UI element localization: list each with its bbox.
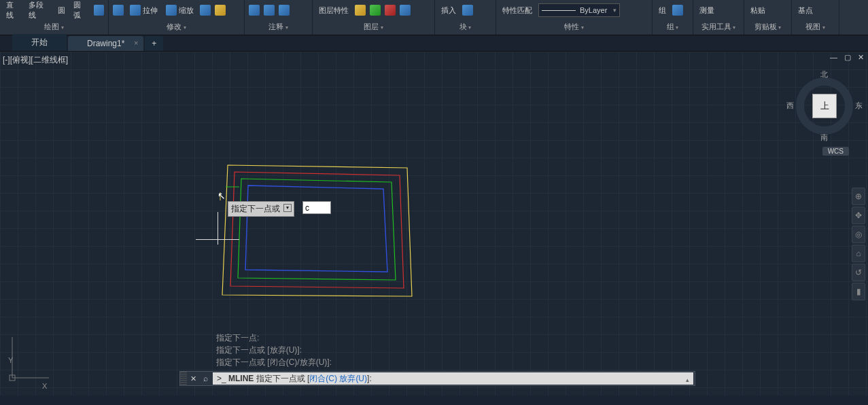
viewcube-south[interactable]: 南 <box>820 133 828 143</box>
ucs-icon <box>7 329 61 383</box>
group-icon[interactable] <box>672 5 683 16</box>
command-input[interactable]: >_ MLINE 指定下一点或 [闭合(C) 放弃(U)]: <box>213 372 693 385</box>
linetype-combo[interactable]: ByLayer <box>538 3 620 17</box>
ribbon-group-group: 组 组 <box>653 0 693 35</box>
dynamic-input[interactable] <box>302 201 331 214</box>
ucs-x-label: X <box>42 382 47 390</box>
cursor-arrow-icon: ↖ <box>218 190 226 201</box>
ribbon-group-block: 插入 块 <box>435 0 496 35</box>
block-icon[interactable] <box>462 5 473 16</box>
history-line: 指定下一点: <box>216 332 332 344</box>
ucs-y-label: Y <box>8 356 13 364</box>
arc-tool[interactable]: 圆弧 <box>71 0 90 22</box>
fillet-icon[interactable] <box>215 5 226 16</box>
svg-marker-3 <box>245 186 387 272</box>
ribbon-group-clip: 粘贴 剪贴板 <box>744 0 792 35</box>
command-line: ✕ ⌕ >_ MLINE 指定下一点或 [闭合(C) 放弃(U)]: <box>179 371 695 386</box>
hatch-icon[interactable] <box>94 5 104 16</box>
navbar-right: ⊕ ✥ ◎ ⌂ ↺ ▮ <box>852 188 867 300</box>
crosshair-horizontal <box>196 239 239 240</box>
chevron-down-icon[interactable]: ▾ <box>283 204 292 212</box>
history-line: 指定下一点或 [放弃(U)]: <box>216 344 332 356</box>
viewcube-north[interactable]: 北 <box>820 69 828 80</box>
tab-drawing1[interactable]: Drawing1*× <box>68 36 143 51</box>
nav-zoom-icon[interactable]: ◎ <box>852 226 865 243</box>
polyline-tool[interactable]: 多段线 <box>27 0 52 22</box>
tab-new[interactable]: + <box>145 36 163 51</box>
group-tool[interactable]: 组 <box>657 4 668 17</box>
layer-icon2[interactable] <box>370 5 381 16</box>
nav-showmotion-icon[interactable]: ↺ <box>852 264 865 281</box>
nav-pan-icon[interactable]: ✥ <box>852 207 865 224</box>
group-label-draw[interactable]: 绘图 <box>0 20 108 34</box>
scale-tool[interactable]: 缩放 <box>164 3 196 17</box>
layer-icon4[interactable] <box>400 5 411 16</box>
layer-icon3[interactable] <box>385 5 396 16</box>
file-tabbar: 开始 Drawing1*× + <box>0 35 868 52</box>
wcs-badge[interactable]: WCS <box>822 147 849 156</box>
cmd-search-icon[interactable]: ⌕ <box>199 374 211 383</box>
insert-tool[interactable]: 插入 <box>439 4 458 17</box>
group-label-group[interactable]: 组 <box>653 20 693 34</box>
group-label-annot[interactable]: 注释 <box>245 20 312 34</box>
match-props[interactable]: 特性匹配 <box>500 4 534 17</box>
layer-icon1[interactable] <box>355 5 366 16</box>
close-icon[interactable]: × <box>134 39 138 47</box>
group-label-block[interactable]: 块 <box>435 20 496 34</box>
group-label-clip[interactable]: 剪贴板 <box>744 20 791 34</box>
ribbon-group-draw: 直线 多段线 圆 圆弧 绘图 <box>0 0 109 35</box>
svg-marker-2 <box>238 179 396 280</box>
ribbon-group-layer: 图层特性 图层 <box>313 0 435 35</box>
measure-tool[interactable]: 测量 <box>697 4 716 17</box>
base-tool[interactable]: 基点 <box>796 4 815 17</box>
nav-orbit-icon[interactable]: ⌂ <box>852 245 865 262</box>
svg-marker-0 <box>222 165 412 296</box>
ribbon-toolbar: 直线 多段线 圆 圆弧 绘图 拉伸 缩放 修改 注释 图层特性 <box>0 0 868 35</box>
nav-more-icon[interactable]: ▮ <box>852 283 865 300</box>
drawing-canvas[interactable]: [-][俯视][二维线框] — ▢ ✕ ↖ 指定下一点或 ▾ <box>0 52 868 395</box>
viewcube-face-top[interactable]: 上 <box>812 94 837 118</box>
stretch-tool[interactable]: 拉伸 <box>128 3 160 17</box>
layer-props[interactable]: 图层特性 <box>317 4 351 17</box>
line-tool[interactable]: 直线 <box>4 0 22 22</box>
cmd-close-icon[interactable]: ✕ <box>187 374 199 383</box>
history-line: 指定下一点或 [闭合(C)/放弃(U)]: <box>216 356 332 368</box>
array-icon[interactable] <box>200 5 211 16</box>
ribbon-group-props: 特性匹配 ByLayer 特性 <box>496 0 653 35</box>
ribbon-group-view: 基点 视图 <box>792 0 839 35</box>
viewcube[interactable]: 上 北 南 西 东 <box>791 72 858 140</box>
nav-wheel-icon[interactable]: ⊕ <box>852 188 865 205</box>
dynamic-prompt: 指定下一点或 ▾ <box>228 201 294 217</box>
viewcube-west[interactable]: 西 <box>786 101 794 111</box>
paste-tool[interactable]: 粘贴 <box>748 4 767 17</box>
group-label-view[interactable]: 视图 <box>792 20 839 34</box>
ribbon-group-annot: 注释 <box>245 0 313 35</box>
dim-icon[interactable] <box>264 5 275 16</box>
move-icon[interactable] <box>113 5 124 16</box>
viewcube-east[interactable]: 东 <box>855 101 863 111</box>
text-icon[interactable] <box>249 5 260 16</box>
ribbon-group-util: 测量 实用工具 <box>693 0 744 35</box>
circle-tool[interactable]: 圆 <box>56 4 67 17</box>
group-label-layer[interactable]: 图层 <box>313 20 434 34</box>
cmd-drag-handle[interactable] <box>180 372 187 385</box>
group-label-modify[interactable]: 修改 <box>109 20 244 34</box>
group-label-util[interactable]: 实用工具 <box>693 20 744 34</box>
tab-start[interactable]: 开始 <box>12 34 67 51</box>
command-history: 指定下一点: 指定下一点或 [放弃(U)]: 指定下一点或 [闭合(C)/放弃(… <box>216 332 332 368</box>
group-label-props[interactable]: 特性 <box>496 20 652 34</box>
table-icon[interactable] <box>279 5 290 16</box>
mline-drawing <box>0 52 868 395</box>
ribbon-group-modify: 拉伸 缩放 修改 <box>109 0 245 35</box>
